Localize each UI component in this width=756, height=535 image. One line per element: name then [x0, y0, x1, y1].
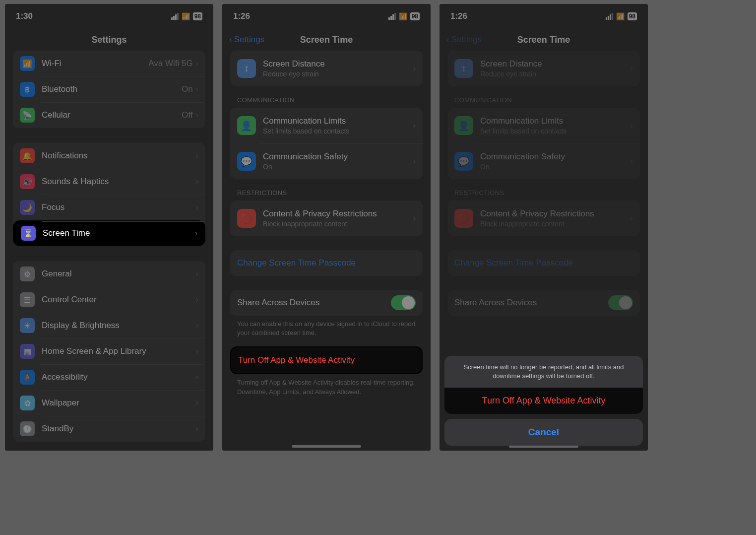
status-bar: 1:30 📶 98 — [5, 4, 213, 29]
chevron-right-icon: › — [196, 399, 198, 407]
row-content-privacy[interactable]: 🚫 Content & Privacy Restrictions Block i… — [230, 201, 423, 236]
row-detail: Ava Wifi 5G — [148, 59, 192, 68]
person-icon: 🧍 — [20, 370, 35, 385]
share-footer: You can enable this on any device signed… — [230, 316, 423, 338]
back-button[interactable]: ‹ Settings — [446, 35, 482, 45]
section-communication: COMMUNICATION — [447, 86, 640, 108]
status-time: 1:26 — [450, 11, 467, 21]
distance-icon: ↕ — [454, 59, 473, 78]
clock-icon: 🕒 — [20, 421, 35, 436]
row-turn-off[interactable]: Turn Off App & Website Activity — [231, 347, 422, 373]
row-label: Control Center — [42, 295, 196, 305]
chevron-right-icon: › — [413, 64, 416, 73]
page-title: Screen Time — [517, 35, 570, 45]
row-comm-safety[interactable]: 💬 Communication Safety On › — [230, 143, 423, 179]
row-accessibility[interactable]: 🧍 Accessibility › — [13, 364, 205, 390]
row-home-screen[interactable]: ▦ Home Screen & App Library › — [13, 338, 205, 364]
row-cellular[interactable]: 📡 Cellular Off › — [13, 102, 205, 128]
status-bar: 1:26 📶 98 — [222, 4, 431, 29]
general-group: ⚙ General › ☰ Control Center › ☀ Display… — [13, 261, 205, 442]
row-sub: Set limits based on contacts — [263, 127, 413, 135]
row-share-devices[interactable]: Share Across Devices — [230, 290, 423, 316]
restrictions-group: 🚫 Content & Privacy Restrictions Block i… — [230, 201, 423, 236]
share-toggle[interactable] — [391, 295, 416, 310]
row-label: Content & Privacy Restrictions — [263, 209, 413, 219]
row-label: Share Across Devices — [237, 298, 391, 308]
back-button[interactable]: ‹ Settings — [229, 35, 264, 45]
no-entry-icon: 🚫 — [454, 209, 473, 228]
nav-header: Settings — [5, 29, 213, 51]
row-standby[interactable]: 🕒 StandBy › — [13, 416, 205, 442]
chevron-right-icon: › — [630, 121, 633, 130]
chevron-right-icon: › — [196, 111, 198, 120]
row-sub: Reduce eye strain — [263, 70, 413, 78]
connectivity-group: 📶 Wi-Fi Ava Wifi 5G › ฿ Bluetooth On › 📡… — [13, 51, 205, 128]
row-label: Accessibility — [42, 372, 196, 382]
chevron-right-icon: › — [195, 229, 197, 238]
row-bluetooth[interactable]: ฿ Bluetooth On › — [13, 76, 205, 102]
row-notifications[interactable]: 🔔 Notifications › — [13, 143, 205, 169]
bell-icon: 🔔 — [20, 148, 35, 163]
row-label: Home Screen & App Library — [42, 346, 196, 356]
screen-distance-group: ↕ Screen Distance Reduce eye strain › — [230, 51, 423, 86]
row-focus[interactable]: 🌙 Focus › — [13, 195, 205, 220]
section-restrictions: RESTRICTIONS — [230, 179, 423, 201]
speaker-icon: 🔊 — [20, 174, 35, 189]
chevron-right-icon: › — [196, 85, 198, 94]
row-wallpaper[interactable]: ✿ Wallpaper › — [13, 390, 205, 416]
row-label: Screen Time — [43, 228, 195, 238]
cellular-signal-icon — [171, 13, 179, 20]
row-sub: Block inappropriate content — [263, 220, 413, 228]
page-title: Screen Time — [300, 35, 353, 45]
flower-icon: ✿ — [20, 396, 35, 410]
screen-time-screen: 1:26 📶 98 ‹ Settings Screen Time ↕ Scree… — [222, 4, 431, 451]
section-restrictions: RESTRICTIONS — [447, 179, 640, 201]
page-title: Settings — [91, 35, 126, 45]
row-screen-distance[interactable]: ↕ Screen Distance Reduce eye strain › — [230, 51, 423, 86]
chevron-left-icon: ‹ — [229, 35, 232, 45]
bluetooth-icon: ฿ — [20, 82, 35, 97]
sheet-cancel-button[interactable]: Cancel — [444, 419, 643, 446]
row-comm-limits[interactable]: 👤 Communication Limits Set limits based … — [230, 108, 423, 143]
settings-screen: 1:30 📶 98 Settings 📶 Wi-Fi Ava Wifi 5G ›… — [5, 4, 213, 451]
battery-indicator: 98 — [628, 12, 637, 20]
row-label: Communication Limits — [263, 116, 413, 126]
section-communication: COMMUNICATION — [230, 86, 423, 108]
moon-icon: 🌙 — [20, 200, 35, 215]
row-comm-limits: 👤 Communication Limits Set limits based … — [447, 108, 640, 143]
grid-icon: ▦ — [20, 344, 35, 359]
row-content-privacy: 🚫 Content & Privacy Restrictions Block i… — [447, 201, 640, 236]
back-label: Settings — [451, 35, 482, 45]
chevron-right-icon: › — [630, 214, 633, 223]
row-screen-time[interactable]: ⌛ Screen Time › — [13, 220, 205, 246]
sheet-destructive-button[interactable]: Turn Off App & Website Activity — [444, 388, 643, 414]
contact-icon: 👤 — [237, 116, 256, 135]
row-sub: Reduce eye strain — [480, 70, 630, 78]
contact-icon: 👤 — [454, 116, 473, 135]
chevron-right-icon: › — [413, 214, 416, 223]
row-display[interactable]: ☀ Display & Brightness › — [13, 313, 205, 338]
alerts-group: 🔔 Notifications › 🔊 Sounds & Haptics › 🌙… — [13, 143, 205, 246]
turn-off-label: Turn Off App & Website Activity — [238, 355, 355, 365]
row-wifi[interactable]: 📶 Wi-Fi Ava Wifi 5G › — [13, 51, 205, 76]
row-comm-safety: 💬 Communication Safety On › — [447, 143, 640, 179]
row-general[interactable]: ⚙ General › — [13, 261, 205, 287]
antenna-icon: 📡 — [20, 108, 35, 123]
row-sounds[interactable]: 🔊 Sounds & Haptics › — [13, 169, 205, 195]
chevron-right-icon: › — [196, 321, 198, 330]
back-label: Settings — [234, 35, 264, 45]
row-label: Notifications — [42, 151, 196, 161]
nav-header: ‹ Settings Screen Time — [222, 29, 431, 51]
share-group: Share Across Devices — [230, 290, 423, 316]
status-time: 1:26 — [233, 11, 250, 21]
wifi-icon: 📶 — [182, 12, 190, 20]
screen-time-confirm-screen: 1:26 📶 98 ‹ Settings Screen Time ↕ Scree… — [440, 4, 648, 451]
row-label: Wallpaper — [42, 398, 196, 408]
row-control-center[interactable]: ☰ Control Center › — [13, 287, 205, 313]
row-change-passcode[interactable]: Change Screen Time Passcode — [230, 250, 423, 276]
row-label: Bluetooth — [42, 84, 182, 94]
wifi-icon: 📶 — [399, 12, 407, 20]
home-indicator[interactable] — [292, 445, 361, 448]
communication-group: 👤 Communication Limits Set limits based … — [230, 108, 423, 179]
row-detail: On — [182, 84, 193, 94]
